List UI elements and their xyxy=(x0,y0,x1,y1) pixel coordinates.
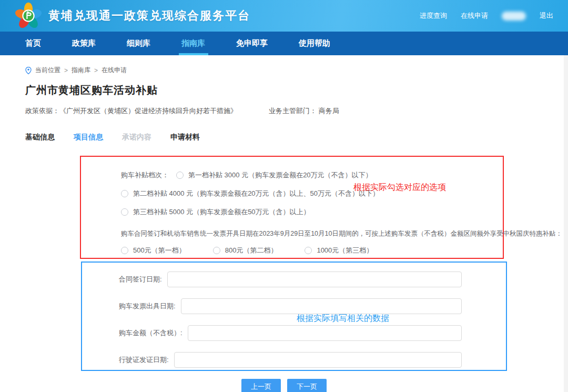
breadcrumb-prefix: 当前位置 xyxy=(35,66,60,75)
tier-row-1: 购车补贴档次： 第一档补贴 3000 元（购车发票金额在20万元（不含）以下） xyxy=(121,170,503,180)
nav-item-no-apply-enjoy[interactable]: 免申即享 xyxy=(236,32,268,55)
breadcrumb-guide-library[interactable]: 指南库 xyxy=(72,66,90,75)
form-field-row: 购车发票出具日期: xyxy=(119,298,462,314)
holiday3-radio[interactable] xyxy=(305,247,312,254)
tier-row-3: 第三档补贴 5000 元（购车发票金额在50万元（含）以上） xyxy=(121,207,503,217)
main-content: 当前位置 > 指南库 > 在线申请 广州市黄埔区购车活动补贴 政策依据： 《广州… xyxy=(0,66,568,392)
red-annotation-text: 根据实际勾选对应的选项 xyxy=(353,182,446,193)
tab-commitment[interactable]: 承诺内容 xyxy=(122,133,151,142)
tier3-radio[interactable] xyxy=(121,208,128,216)
header-actions: 进度查询 在线申请 退出 xyxy=(420,11,553,21)
tab-basic-info[interactable]: 基础信息 xyxy=(25,133,55,142)
progress-query-link[interactable]: 进度查询 xyxy=(420,11,447,21)
purchase-amount-input[interactable] xyxy=(188,325,462,341)
holiday2-radio[interactable] xyxy=(213,247,220,254)
scrollbar-track[interactable] xyxy=(564,55,568,392)
tier-section-label: 购车补贴档次： xyxy=(121,170,169,180)
holiday1-label: 500元（第一档） xyxy=(133,246,186,255)
holiday-options-row: 500元（第一档） 800元（第二档） 1000元（第三档） xyxy=(121,246,503,255)
policy-info-row: 政策依据： 《广州开发区（黄埔区）促进经济持续回升向好若干措施》 业务主管部门：… xyxy=(25,106,543,116)
form-step-tabs: 基础信息 项目信息 承诺内容 申请材料 xyxy=(25,133,543,142)
tab-project-info[interactable]: 项目信息 xyxy=(74,133,103,142)
page-title: 广州市黄埔区购车活动补贴 xyxy=(25,83,543,97)
holiday1-radio[interactable] xyxy=(121,247,128,254)
nav-item-rules-library[interactable]: 细则库 xyxy=(127,32,150,55)
tier2-label: 第二档补贴 4000 元（购车发票金额在20万元（含）以上、50万元（不含）以下… xyxy=(133,189,379,198)
breadcrumb-online-apply[interactable]: 在线申请 xyxy=(102,66,127,75)
blue-annotation-text: 根据实际填写相关的数据 xyxy=(297,313,389,324)
nav-item-policy-library[interactable]: 政策库 xyxy=(72,32,96,55)
nav-item-home[interactable]: 首页 xyxy=(25,32,41,55)
platform-logo-icon xyxy=(15,2,42,29)
dept-group: 业务主管部门： 商务局 xyxy=(269,106,339,116)
contract-date-input[interactable] xyxy=(167,272,462,287)
platform-title: 黄埔兑现通一政策兑现综合服务平台 xyxy=(48,8,250,24)
main-nav: 首页 政策库 细则库 指南库 免申即享 使用帮助 xyxy=(0,32,568,55)
holiday-option-2: 800元（第二档） xyxy=(213,246,278,255)
license-date-label: 行驶证发证日期: xyxy=(119,355,169,365)
next-page-button[interactable]: 下一页 xyxy=(287,379,327,392)
policy-basis-value: 《广州开发区（黄埔区）促进经济持续回升向好若干措施》 xyxy=(59,106,237,116)
subsidy-tier-section: 购车补贴档次： 第一档补贴 3000 元（购车发票金额在20万元（不含）以下） … xyxy=(80,156,504,259)
holiday3-label: 1000元（第三档） xyxy=(317,246,373,255)
tier1-label: 第一档补贴 3000 元（购车发票金额在20万元（不含）以下） xyxy=(188,170,372,180)
top-header: 黄埔兑现通一政策兑现综合服务平台 进度查询 在线申请 退出 xyxy=(0,0,568,32)
holiday-subsidy-note: 购车合同签订和机动车销售统一发票开具日期在2023年9月29日至10月10日期间… xyxy=(121,229,503,238)
location-pin-icon xyxy=(25,67,32,74)
contract-date-label: 合同签订日期: xyxy=(119,275,162,284)
pagination-buttons: 上一页 下一页 xyxy=(25,379,543,392)
nav-item-guide-library[interactable]: 指南库 xyxy=(181,32,205,55)
holiday2-label: 800元（第二档） xyxy=(225,246,278,255)
tier3-label: 第三档补贴 5000 元（购车发票金额在50万元（含）以上） xyxy=(133,207,310,217)
breadcrumb-separator: > xyxy=(94,67,98,74)
form-data-section: 合同签订日期: 购车发票出具日期: 购车金额（不含税）: 行驶证发证日期: 根据… xyxy=(81,262,507,371)
breadcrumb-separator: > xyxy=(64,67,68,74)
form-field-row: 购车金额（不含税）: xyxy=(119,325,462,341)
username-masked xyxy=(502,12,526,21)
dept-value: 商务局 xyxy=(319,107,339,115)
online-apply-link[interactable]: 在线申请 xyxy=(461,11,488,21)
tier2-radio[interactable] xyxy=(121,190,128,197)
holiday-option-3: 1000元（第三档） xyxy=(305,246,373,255)
logout-link[interactable]: 退出 xyxy=(540,11,553,21)
license-date-input[interactable] xyxy=(174,352,462,368)
tab-materials[interactable]: 申请材料 xyxy=(170,133,200,142)
holiday-option-1: 500元（第一档） xyxy=(121,246,186,255)
dept-label: 业务主管部门： xyxy=(269,107,317,115)
nav-item-help[interactable]: 使用帮助 xyxy=(299,32,330,55)
page: 黄埔兑现通一政策兑现综合服务平台 进度查询 在线申请 退出 首页 政策库 细则库… xyxy=(0,0,568,392)
form-field-row: 行驶证发证日期: xyxy=(119,352,462,368)
invoice-date-input[interactable] xyxy=(181,298,462,314)
prev-page-button[interactable]: 上一页 xyxy=(241,379,281,392)
invoice-date-label: 购车发票出具日期: xyxy=(119,301,176,311)
tier1-radio[interactable] xyxy=(176,172,184,179)
purchase-amount-label: 购车金额（不含税）: xyxy=(119,328,182,338)
breadcrumb: 当前位置 > 指南库 > 在线申请 xyxy=(25,66,543,75)
policy-basis-label: 政策依据： xyxy=(25,106,59,116)
form-field-row: 合同签订日期: xyxy=(119,272,462,287)
